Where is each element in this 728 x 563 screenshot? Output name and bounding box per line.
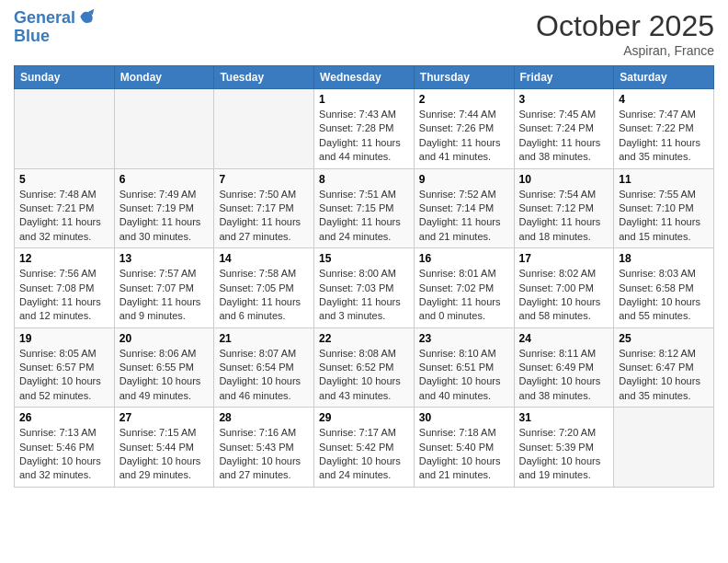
calendar-week-2: 5Sunrise: 7:48 AMSunset: 7:21 PMDaylight… <box>15 168 714 248</box>
logo-icon <box>77 7 96 26</box>
day-info: Sunrise: 8:11 AMSunset: 6:49 PMDaylight:… <box>519 347 609 404</box>
day-number: 25 <box>619 332 709 345</box>
day-number: 1 <box>319 93 409 106</box>
day-info: Sunrise: 7:50 AMSunset: 7:17 PMDaylight:… <box>219 188 309 245</box>
calendar-cell: 14Sunrise: 7:58 AMSunset: 7:05 PMDayligh… <box>214 248 314 328</box>
weekday-header-friday: Friday <box>514 66 614 89</box>
page-header: General Blue October 2025 Aspiran, Franc… <box>14 9 714 58</box>
calendar-cell <box>614 408 714 488</box>
day-number: 2 <box>419 93 509 106</box>
day-number: 19 <box>19 332 109 345</box>
day-info: Sunrise: 7:56 AMSunset: 7:08 PMDaylight:… <box>19 267 109 324</box>
day-number: 10 <box>519 173 609 186</box>
calendar-cell: 13Sunrise: 7:57 AMSunset: 7:07 PMDayligh… <box>114 248 214 328</box>
day-number: 5 <box>19 173 109 186</box>
day-info: Sunrise: 7:15 AMSunset: 5:44 PMDaylight:… <box>119 426 210 483</box>
day-info: Sunrise: 8:08 AMSunset: 6:52 PMDaylight:… <box>319 347 409 404</box>
weekday-header-tuesday: Tuesday <box>214 66 314 89</box>
day-info: Sunrise: 7:43 AMSunset: 7:28 PMDaylight:… <box>319 108 409 165</box>
location: Aspiran, France <box>536 43 714 58</box>
logo: General Blue <box>14 9 96 46</box>
day-number: 27 <box>119 411 210 424</box>
day-info: Sunrise: 7:44 AMSunset: 7:26 PMDaylight:… <box>419 108 509 165</box>
calendar-cell: 10Sunrise: 7:54 AMSunset: 7:12 PMDayligh… <box>514 168 614 248</box>
calendar-cell: 7Sunrise: 7:50 AMSunset: 7:17 PMDaylight… <box>214 168 314 248</box>
day-info: Sunrise: 8:06 AMSunset: 6:55 PMDaylight:… <box>119 347 210 404</box>
calendar-cell: 4Sunrise: 7:47 AMSunset: 7:22 PMDaylight… <box>614 89 714 169</box>
day-number: 13 <box>119 252 210 265</box>
day-number: 16 <box>419 252 509 265</box>
title-block: October 2025 Aspiran, France <box>536 9 714 58</box>
calendar-cell: 26Sunrise: 7:13 AMSunset: 5:46 PMDayligh… <box>15 408 115 488</box>
weekday-header-sunday: Sunday <box>15 66 115 89</box>
day-number: 23 <box>419 332 509 345</box>
calendar-cell: 28Sunrise: 7:16 AMSunset: 5:43 PMDayligh… <box>214 408 314 488</box>
day-number: 28 <box>219 411 309 424</box>
calendar-cell: 21Sunrise: 8:07 AMSunset: 6:54 PMDayligh… <box>214 327 314 408</box>
calendar-cell: 18Sunrise: 8:03 AMSunset: 6:58 PMDayligh… <box>614 248 714 328</box>
calendar-cell: 17Sunrise: 8:02 AMSunset: 7:00 PMDayligh… <box>514 248 614 328</box>
weekday-header-saturday: Saturday <box>614 66 714 89</box>
day-number: 31 <box>519 411 609 424</box>
day-info: Sunrise: 8:12 AMSunset: 6:47 PMDaylight:… <box>619 347 709 404</box>
calendar-cell: 27Sunrise: 7:15 AMSunset: 5:44 PMDayligh… <box>114 408 214 488</box>
calendar-cell: 29Sunrise: 7:17 AMSunset: 5:42 PMDayligh… <box>314 408 415 488</box>
weekday-header-monday: Monday <box>114 66 214 89</box>
day-info: Sunrise: 7:13 AMSunset: 5:46 PMDaylight:… <box>19 426 109 483</box>
day-number: 21 <box>219 332 309 345</box>
day-number: 22 <box>319 332 409 345</box>
day-number: 4 <box>619 93 709 106</box>
day-number: 6 <box>119 173 210 186</box>
day-info: Sunrise: 7:55 AMSunset: 7:10 PMDaylight:… <box>619 188 709 245</box>
calendar-cell: 20Sunrise: 8:06 AMSunset: 6:55 PMDayligh… <box>114 327 214 408</box>
day-number: 14 <box>219 252 309 265</box>
day-number: 20 <box>119 332 210 345</box>
calendar-cell: 9Sunrise: 7:52 AMSunset: 7:14 PMDaylight… <box>414 168 514 248</box>
day-info: Sunrise: 7:58 AMSunset: 7:05 PMDaylight:… <box>219 267 309 324</box>
month-title: October 2025 <box>536 9 714 43</box>
day-info: Sunrise: 7:51 AMSunset: 7:15 PMDaylight:… <box>319 188 409 245</box>
day-number: 24 <box>519 332 609 345</box>
day-number: 9 <box>419 173 509 186</box>
calendar-cell: 24Sunrise: 8:11 AMSunset: 6:49 PMDayligh… <box>514 327 614 408</box>
calendar-week-3: 12Sunrise: 7:56 AMSunset: 7:08 PMDayligh… <box>15 248 714 328</box>
calendar-cell: 2Sunrise: 7:44 AMSunset: 7:26 PMDaylight… <box>414 89 514 169</box>
day-info: Sunrise: 8:07 AMSunset: 6:54 PMDaylight:… <box>219 347 309 404</box>
calendar-cell: 1Sunrise: 7:43 AMSunset: 7:28 PMDaylight… <box>314 89 415 169</box>
day-number: 12 <box>19 252 109 265</box>
day-number: 11 <box>619 173 709 186</box>
day-info: Sunrise: 7:47 AMSunset: 7:22 PMDaylight:… <box>619 108 709 165</box>
calendar-cell: 6Sunrise: 7:49 AMSunset: 7:19 PMDaylight… <box>114 168 214 248</box>
day-info: Sunrise: 7:49 AMSunset: 7:19 PMDaylight:… <box>119 188 210 245</box>
logo-text2: Blue <box>14 28 50 46</box>
calendar-cell: 15Sunrise: 8:00 AMSunset: 7:03 PMDayligh… <box>314 248 415 328</box>
calendar-cell <box>214 89 314 169</box>
calendar-cell: 8Sunrise: 7:51 AMSunset: 7:15 PMDaylight… <box>314 168 415 248</box>
day-info: Sunrise: 7:57 AMSunset: 7:07 PMDaylight:… <box>119 267 210 324</box>
calendar-cell: 22Sunrise: 8:08 AMSunset: 6:52 PMDayligh… <box>314 327 415 408</box>
day-number: 18 <box>619 252 709 265</box>
day-info: Sunrise: 8:03 AMSunset: 6:58 PMDaylight:… <box>619 267 709 324</box>
calendar-cell: 25Sunrise: 8:12 AMSunset: 6:47 PMDayligh… <box>614 327 714 408</box>
day-info: Sunrise: 7:17 AMSunset: 5:42 PMDaylight:… <box>319 426 409 483</box>
logo-text: General <box>14 9 75 28</box>
calendar-cell: 23Sunrise: 8:10 AMSunset: 6:51 PMDayligh… <box>414 327 514 408</box>
day-info: Sunrise: 7:18 AMSunset: 5:40 PMDaylight:… <box>419 426 509 483</box>
calendar-cell: 12Sunrise: 7:56 AMSunset: 7:08 PMDayligh… <box>15 248 115 328</box>
day-info: Sunrise: 8:00 AMSunset: 7:03 PMDaylight:… <box>319 267 409 324</box>
calendar-cell: 16Sunrise: 8:01 AMSunset: 7:02 PMDayligh… <box>414 248 514 328</box>
calendar-cell: 3Sunrise: 7:45 AMSunset: 7:24 PMDaylight… <box>514 89 614 169</box>
day-info: Sunrise: 7:48 AMSunset: 7:21 PMDaylight:… <box>19 188 109 245</box>
calendar-week-1: 1Sunrise: 7:43 AMSunset: 7:28 PMDaylight… <box>15 89 714 169</box>
calendar-cell: 5Sunrise: 7:48 AMSunset: 7:21 PMDaylight… <box>15 168 115 248</box>
day-number: 17 <box>519 252 609 265</box>
day-info: Sunrise: 8:10 AMSunset: 6:51 PMDaylight:… <box>419 347 509 404</box>
calendar-cell: 30Sunrise: 7:18 AMSunset: 5:40 PMDayligh… <box>414 408 514 488</box>
calendar-week-5: 26Sunrise: 7:13 AMSunset: 5:46 PMDayligh… <box>15 408 714 488</box>
weekday-header-thursday: Thursday <box>414 66 514 89</box>
calendar-cell <box>15 89 115 169</box>
day-number: 3 <box>519 93 609 106</box>
day-info: Sunrise: 8:01 AMSunset: 7:02 PMDaylight:… <box>419 267 509 324</box>
day-number: 8 <box>319 173 409 186</box>
day-number: 7 <box>219 173 309 186</box>
